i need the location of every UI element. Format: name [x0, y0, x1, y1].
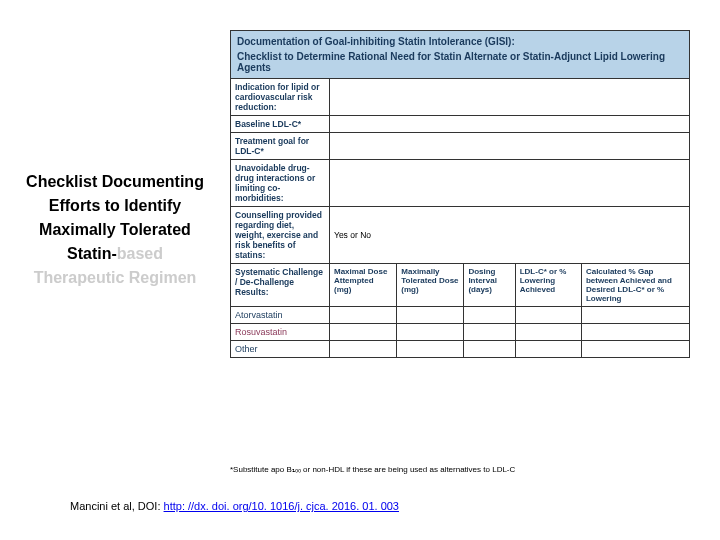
- row-counselling-value: Yes or No: [330, 207, 690, 264]
- row-baseline-value: [330, 116, 690, 133]
- row-indication-value: [330, 79, 690, 116]
- row-goal-label: Treatment goal for LDL-C*: [231, 133, 330, 160]
- cell: [397, 341, 464, 358]
- cell: [397, 307, 464, 324]
- row-baseline-label: Baseline LDL-C*: [231, 116, 330, 133]
- col-ldl: LDL-C* or % Lowering Achieved: [515, 264, 581, 307]
- row-rosuvastatin-label: Rosuvastatin: [231, 324, 330, 341]
- cell: [581, 307, 689, 324]
- row-other-label: Other: [231, 341, 330, 358]
- title-part-1: Checklist Documenting Efforts to Identif…: [26, 173, 204, 262]
- cell: [515, 341, 581, 358]
- citation: Mancini et al, DOI: http: //dx. doi. org…: [70, 500, 399, 512]
- cell: [464, 324, 515, 341]
- cell: [330, 307, 397, 324]
- citation-prefix: Mancini et al, DOI:: [70, 500, 164, 512]
- cell: [464, 307, 515, 324]
- gisi-checklist-table: Documentation of Goal-inhibiting Statin …: [230, 30, 690, 358]
- row-indication-label: Indication for lipid or cardiovascular r…: [231, 79, 330, 116]
- table-footnote: *Substitute apo B₁₀₀ or non-HDL if these…: [230, 465, 690, 474]
- table-header-title: Documentation of Goal-inhibiting Statin …: [237, 36, 683, 47]
- cell: [330, 341, 397, 358]
- cell: [515, 307, 581, 324]
- citation-link[interactable]: http: //dx. doi. org/10. 1016/j. cjca. 2…: [164, 500, 399, 512]
- cell: [581, 341, 689, 358]
- row-counselling-label: Counselling provided regarding diet, wei…: [231, 207, 330, 264]
- row-atorvastatin-label: Atorvastatin: [231, 307, 330, 324]
- row-goal-value: [330, 133, 690, 160]
- col-interval: Dosing Interval (days): [464, 264, 515, 307]
- cell: [330, 324, 397, 341]
- col-gap: Calculated % Gap between Achieved and De…: [581, 264, 689, 307]
- table-header-subtitle: Checklist to Determine Rational Need for…: [237, 51, 683, 73]
- col-tolerated: Maximally Tolerated Dose (mg): [397, 264, 464, 307]
- cell: [581, 324, 689, 341]
- cell: [515, 324, 581, 341]
- row-interactions-label: Unavoidable drug-drug interactions or li…: [231, 160, 330, 207]
- col-maxdose: Maximal Dose Attempted (mg): [330, 264, 397, 307]
- row-challenge-label: Systematic Challenge / De-Challenge Resu…: [231, 264, 330, 307]
- cell: [464, 341, 515, 358]
- cell: [397, 324, 464, 341]
- table-header: Documentation of Goal-inhibiting Statin …: [231, 31, 690, 79]
- row-interactions-value: [330, 160, 690, 207]
- slide-title: Checklist Documenting Efforts to Identif…: [20, 170, 210, 290]
